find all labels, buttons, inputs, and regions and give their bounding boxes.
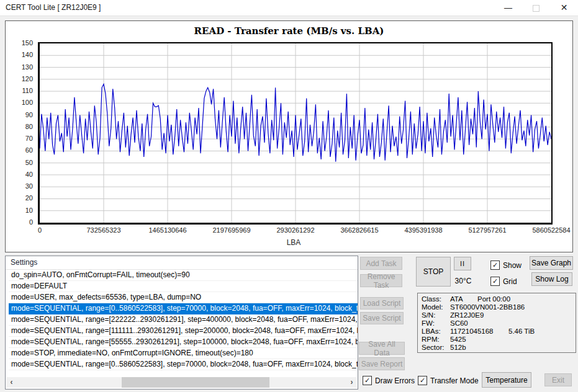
y-axis-tick: 20 <box>25 194 33 202</box>
y-axis-tick: 30 <box>25 182 33 190</box>
x-axis-tick: 5860522584 <box>532 226 570 234</box>
remove-task-button: Remove Task <box>360 274 402 287</box>
close-icon[interactable]: ✕ <box>550 0 578 16</box>
settings-row[interactable]: do_spin=AUTO, onFmtCorrupt=FAIL, timeout… <box>9 270 358 281</box>
draw-errors-label: Draw Errors <box>375 376 415 385</box>
transfer-rate-line-chart <box>40 43 551 223</box>
settings-row[interactable]: mode=SEQUENTIAL, range=[111111..29302612… <box>9 326 358 337</box>
plot-area <box>38 42 553 225</box>
x-axis-tick: 0 <box>38 226 42 234</box>
y-axis-tick: 60 <box>25 146 33 154</box>
settings-row[interactable]: mode=SEQUENTIAL, range=[222222..29302612… <box>9 314 358 326</box>
save-report-button: Save Report <box>359 357 405 370</box>
settings-row[interactable]: mode=USER, max_defects=65536, type=LBA, … <box>9 292 358 303</box>
show-checkbox-label: Show <box>503 261 522 270</box>
drive-info-row: Sector:512b <box>418 344 576 352</box>
drive-info-row: Class:ATAPort 00:00 <box>418 295 576 303</box>
x-axis-tick: 3662826615 <box>340 226 378 234</box>
y-axis-tick: 130 <box>22 63 33 71</box>
x-axis-tick: 2930261292 <box>276 226 314 234</box>
show-log-button[interactable]: Show Log <box>531 272 572 286</box>
settings-row[interactable]: mode=SEQUENTIAL, range=[0..5860522583], … <box>9 359 358 370</box>
chart-title: READ - Transfer rate (MB/s vs. LBA) <box>6 25 572 37</box>
show-checkbox[interactable]: Show <box>490 261 522 270</box>
save-all-data-button: Save All Data <box>359 342 405 355</box>
scroll-right-icon[interactable]: › <box>346 377 357 388</box>
drive-info-label: FW: <box>422 319 435 327</box>
drive-info-value: ATA <box>450 295 463 303</box>
drive-info-row: FW:SC60 <box>418 319 576 327</box>
temperature-button[interactable]: Temperature <box>482 372 531 388</box>
y-axis-tick: 80 <box>25 123 33 130</box>
chart-panel: READ - Transfer rate (MB/s vs. LBA) 1501… <box>5 20 573 252</box>
drive-info-value: ZR12J0E9 <box>450 311 484 319</box>
y-axis-tick: 100 <box>22 99 33 106</box>
drive-info-row: S/N:ZR12J0E9 <box>418 311 576 319</box>
grid-checkbox-label: Grid <box>503 277 517 286</box>
y-axis-tick: 70 <box>25 135 33 142</box>
settings-list: Settings do_spin=AUTO, onFmtCorrupt=FAIL… <box>5 256 358 390</box>
drive-info-value: SC60 <box>450 319 468 327</box>
settings-row[interactable]: mode=SEQUENTIAL, range=[0..5860522583], … <box>9 303 358 314</box>
drive-info-row: Model:ST6000VN001-2BB186 <box>418 303 576 311</box>
load-script-button: Load Script <box>360 297 404 310</box>
y-axis-tick: 150 <box>22 39 33 47</box>
y-axis: 1501401301201101009080706050403020100 <box>9 43 35 223</box>
draw-errors-checkbox[interactable]: Draw Errors <box>363 376 415 385</box>
drive-info-label: S/N: <box>422 311 435 319</box>
checkmark-icon[interactable] <box>490 261 500 270</box>
y-axis-tick: 110 <box>22 87 33 94</box>
y-axis-tick: 0 <box>29 218 33 226</box>
drive-info-value: 512b <box>450 344 466 352</box>
y-axis-tick: 50 <box>25 159 33 166</box>
drive-info-panel: Class:ATAPort 00:00Model:ST6000VN001-2BB… <box>417 293 576 353</box>
horizontal-scrollbar[interactable]: ‹ › <box>6 377 357 388</box>
y-axis-tick: 40 <box>25 171 33 178</box>
checkmark-icon[interactable] <box>490 277 500 286</box>
y-axis-tick: 10 <box>25 207 33 214</box>
drive-info-row: LBAs:117210451685.46 TiB <box>418 327 576 336</box>
scrollbar-thumb[interactable] <box>122 377 269 388</box>
drive-info-row: RPM:5425 <box>418 336 576 344</box>
window-title: CERT Tool Lite [ ZR12J0E9 ] <box>6 3 101 12</box>
add-task-button: Add Task <box>360 257 402 270</box>
settings-rows: do_spin=AUTO, onFmtCorrupt=FAIL, timeout… <box>6 270 358 370</box>
drive-info-value: 11721045168 <box>450 327 494 336</box>
x-axis: 0732565323146513064621976959692930261292… <box>40 226 551 235</box>
settings-row[interactable]: mode=DEFAULT <box>9 281 358 292</box>
x-axis-tick: 4395391938 <box>404 226 442 234</box>
drive-info-label: RPM: <box>422 336 440 344</box>
title-bar: CERT Tool Lite [ ZR12J0E9 ] — ✕ <box>0 0 578 16</box>
save-script-button: Save Script <box>360 312 404 324</box>
drive-info-extra: 5.46 TiB <box>508 327 535 336</box>
save-graph-button[interactable]: Save Graph <box>530 256 573 270</box>
minimize-icon[interactable]: — <box>494 0 522 16</box>
pause-button[interactable]: II <box>454 257 471 270</box>
x-axis-tick: 1465130646 <box>148 226 186 234</box>
transfer-mode-label: Transfer Mode <box>430 376 479 385</box>
x-axis-tick: 5127957261 <box>468 226 506 234</box>
settings-row[interactable]: mode=SEQUENTIAL, range=[55555..293026129… <box>9 337 358 348</box>
drive-info-value: 5425 <box>450 336 466 344</box>
drive-info-label: Sector: <box>422 344 444 352</box>
scroll-left-icon[interactable]: ‹ <box>6 377 17 388</box>
y-axis-tick: 90 <box>25 111 33 118</box>
y-axis-tick: 120 <box>22 75 33 82</box>
stop-button[interactable]: STOP <box>416 257 451 287</box>
grid-checkbox[interactable]: Grid <box>490 277 517 286</box>
app-window: CERT Tool Lite [ ZR12J0E9 ] — ✕ READ - T… <box>0 0 578 392</box>
drive-info-label: LBAs: <box>422 327 441 336</box>
drive-info-label: Model: <box>422 303 443 311</box>
x-axis-label: LBA <box>38 238 549 247</box>
settings-row[interactable]: mode=STOP, immediate=NO, onFmtCorrupt=IG… <box>9 348 358 359</box>
checkmark-icon[interactable] <box>418 376 427 385</box>
checkmark-icon[interactable] <box>363 376 372 385</box>
drive-info-extra: Port 00:00 <box>477 295 510 303</box>
x-axis-tick: 2197695969 <box>212 226 250 234</box>
settings-column-header[interactable]: Settings <box>6 256 358 270</box>
transfer-mode-checkbox[interactable]: Transfer Mode <box>418 376 479 385</box>
maximize-icon <box>522 0 550 16</box>
x-axis-tick: 732565323 <box>86 226 120 234</box>
drive-info-label: Class: <box>422 295 441 303</box>
temperature-readout: 30°C <box>453 277 474 285</box>
